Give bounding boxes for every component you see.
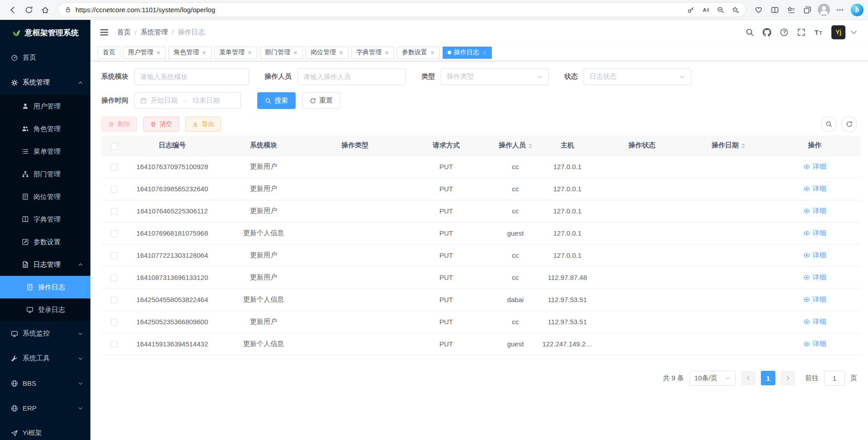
search-button[interactable]: 搜索 (257, 92, 296, 109)
font-size-icon[interactable]: TT (814, 28, 823, 37)
export-button[interactable]: 导出 (185, 117, 221, 132)
row-checkbox[interactable] (111, 297, 118, 303)
tab-close-icon[interactable] (293, 50, 298, 55)
row-checkbox[interactable] (111, 252, 118, 259)
column-header[interactable]: 操作日期 (688, 136, 769, 156)
detail-link[interactable]: 详细 (803, 229, 826, 237)
tab-close-icon[interactable] (202, 50, 207, 55)
tab-close-icon[interactable] (384, 50, 389, 55)
select-all-checkbox[interactable] (111, 143, 118, 150)
type-select[interactable]: 操作类型 (441, 68, 549, 85)
status-select[interactable]: 日志状态 (584, 68, 691, 85)
breadcrumb-item[interactable]: 系统管理 (141, 28, 168, 37)
favorites-button[interactable] (783, 2, 799, 18)
app-logo[interactable]: 意框架管理系统 (0, 20, 90, 45)
collections-button[interactable] (799, 2, 816, 18)
tab-oper-log[interactable]: 操作日志 (443, 47, 492, 59)
next-page-button[interactable] (781, 371, 795, 385)
browser-home-button[interactable] (37, 2, 53, 18)
detail-link[interactable]: 详细 (803, 295, 826, 304)
sidebar-item-menu-management[interactable]: 菜单管理 (0, 140, 90, 163)
detail-link[interactable]: 详细 (803, 185, 826, 193)
zoom-button[interactable] (713, 4, 728, 16)
browser-essentials-button[interactable] (750, 2, 767, 18)
sidebar-item-system-tools[interactable]: 系统工具 (0, 346, 90, 371)
user-avatar[interactable]: Yj (831, 25, 845, 39)
github-icon[interactable] (763, 28, 771, 37)
row-checkbox[interactable] (111, 274, 118, 281)
row-checkbox[interactable] (111, 341, 118, 348)
module-input[interactable] (134, 68, 249, 85)
sidebar-item-bbs[interactable]: BBS (0, 371, 90, 396)
row-checkbox[interactable] (111, 230, 118, 237)
detail-link[interactable]: 详细 (803, 162, 826, 171)
page-number-button[interactable]: 1 (761, 371, 775, 385)
sidebar-item-home[interactable]: 首页 (0, 45, 90, 70)
back-button[interactable] (5, 2, 21, 18)
fullscreen-icon[interactable] (797, 28, 806, 37)
detail-link[interactable]: 详细 (803, 340, 826, 348)
tab-dept-management[interactable]: 部门管理 (260, 47, 303, 59)
tab-user-management[interactable]: 用户管理 (123, 47, 166, 59)
sidebar-item-login-log[interactable]: 登录日志 (0, 298, 90, 321)
operator-input[interactable] (297, 68, 406, 85)
tab-close-icon[interactable] (430, 50, 435, 55)
tab-close-icon[interactable] (156, 50, 161, 55)
prev-page-button[interactable] (741, 371, 755, 385)
detail-link[interactable]: 详细 (803, 207, 826, 215)
tab-close-icon[interactable] (482, 50, 487, 55)
collapse-menu-icon[interactable] (99, 28, 109, 37)
detail-link[interactable]: 详细 (803, 317, 826, 326)
copilot-icon[interactable]: b (851, 4, 863, 16)
detail-link[interactable]: 详细 (803, 273, 826, 282)
show-search-button[interactable] (821, 116, 837, 132)
sidebar-item-system-monitor[interactable]: 系统监控 (0, 321, 90, 346)
sidebar-item-post-management[interactable]: 岗位管理 (0, 185, 90, 208)
row-checkbox[interactable] (111, 319, 118, 326)
sidebar-item-param-settings[interactable]: 参数设置 (0, 231, 90, 253)
sidebar-item-dict-management[interactable]: 字典管理 (0, 208, 90, 231)
chevron-down-icon[interactable] (849, 28, 858, 37)
add-favorite-button[interactable] (728, 4, 743, 16)
refresh-table-button[interactable] (841, 116, 857, 132)
help-icon[interactable]: ? (780, 28, 788, 37)
sort-carets[interactable] (741, 143, 745, 148)
sidebar-item-user-management[interactable]: 用户管理 (0, 95, 90, 118)
tab-close-icon[interactable] (339, 50, 344, 55)
page-size-select[interactable]: 10条/页 (689, 371, 736, 386)
tab-menu-management[interactable]: 菜单管理 (214, 47, 257, 59)
goto-page-input[interactable] (824, 371, 845, 386)
sort-carets[interactable] (528, 143, 532, 148)
read-aloud-button[interactable]: A (698, 4, 713, 16)
tab-home[interactable]: 首页 (98, 47, 120, 59)
sidebar-item-erp[interactable]: ERP (0, 396, 90, 421)
password-button[interactable] (683, 4, 698, 16)
reset-button[interactable]: 重置 (302, 92, 340, 109)
sidebar-item-yi-framework[interactable]: Yi框架 (0, 421, 90, 440)
profile-button[interactable] (816, 2, 832, 18)
date-range-picker[interactable]: 开始日期 - 结束日期 (134, 92, 241, 109)
tab-post-management[interactable]: 岗位管理 (306, 47, 349, 59)
sidebar-item-system-management[interactable]: 系统管理 (0, 70, 90, 95)
row-checkbox[interactable] (111, 186, 118, 193)
column-header[interactable]: 操作人员 (492, 136, 539, 156)
browser-menu-button[interactable] (832, 2, 848, 18)
sidebar-item-dept-management[interactable]: 部门管理 (0, 163, 90, 185)
row-checkbox[interactable] (111, 164, 118, 170)
address-bar[interactable]: https://ccnetcore.com:1101/system/log/op… (58, 2, 746, 17)
breadcrumb-item[interactable]: 首页 (117, 28, 131, 37)
sidebar-item-log-management[interactable]: 日志管理 (0, 253, 90, 276)
tab-param-settings[interactable]: 参数设置 (397, 47, 440, 59)
clear-button[interactable]: 清空 (143, 117, 179, 132)
sidebar-item-oper-log[interactable]: 操作日志 (0, 276, 90, 298)
tab-close-icon[interactable] (247, 50, 252, 55)
detail-link[interactable]: 详细 (803, 251, 826, 260)
search-icon[interactable] (745, 28, 754, 37)
delete-button[interactable]: 删除 (101, 117, 137, 132)
tab-role-management[interactable]: 角色管理 (169, 47, 212, 59)
reload-button[interactable] (21, 2, 37, 18)
split-screen-button[interactable] (767, 2, 783, 18)
tab-dict-management[interactable]: 字典管理 (351, 47, 394, 59)
row-checkbox[interactable] (111, 208, 118, 215)
sidebar-item-role-management[interactable]: 角色管理 (0, 118, 90, 140)
